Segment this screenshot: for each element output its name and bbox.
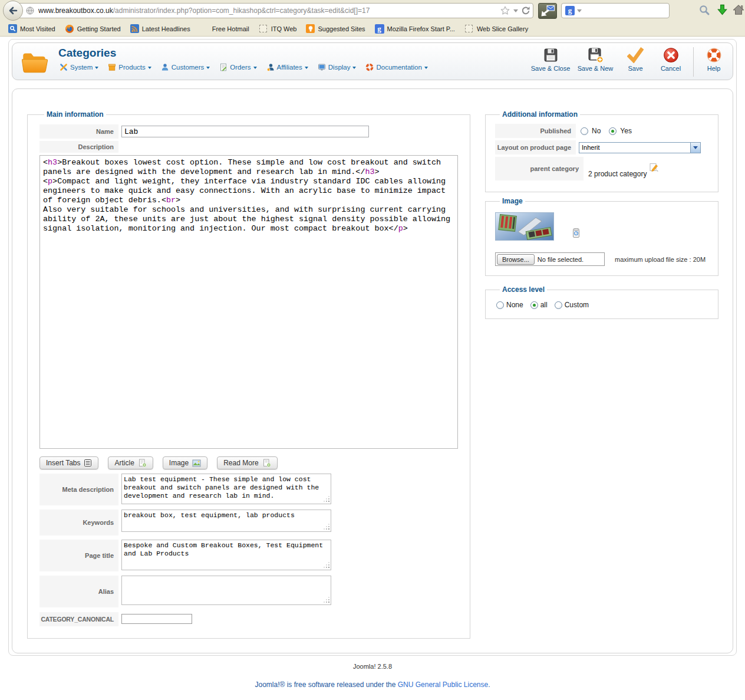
layout-select[interactable]: Inherit: [579, 142, 701, 153]
layout-label: Layout on product page: [495, 140, 576, 155]
page-title-row: Page title Bespoke and Custom Breakout B…: [39, 540, 458, 571]
access-custom-radio[interactable]: [555, 301, 562, 309]
published-no-radio[interactable]: [581, 127, 588, 135]
url-host: www.breakoutbox.co.uk: [38, 6, 113, 15]
navigation-bar: www.breakoutbox.co.uk/administrator/inde…: [0, 0, 745, 21]
file-status-text: No file selected.: [538, 256, 584, 263]
name-label: Name: [39, 124, 118, 139]
access-level-legend: Access level: [500, 285, 547, 294]
chevron-down-icon: [148, 67, 151, 69]
insert-tabs-button[interactable]: Insert Tabs: [39, 456, 98, 469]
bookmark-getting-started[interactable]: Getting Started: [60, 23, 126, 35]
description-label: Description: [39, 141, 118, 153]
cancel-icon: [663, 47, 679, 63]
article-button[interactable]: Article: [108, 456, 153, 469]
image-fieldset: Image: [485, 197, 718, 276]
chevron-down-icon: [305, 67, 308, 69]
alias-label: Alias: [39, 576, 118, 607]
bookmark-web-slice-gallery[interactable]: Web Slice Gallery: [460, 23, 533, 35]
google-favicon: g: [375, 24, 384, 34]
search-box[interactable]: g: [561, 3, 670, 18]
search-engine-dropdown-icon[interactable]: [577, 9, 582, 12]
bookmark-label: Mozilla Firefox Start P...: [387, 25, 455, 32]
published-radio-group: No Yes: [581, 127, 637, 135]
gnu-license-link[interactable]: GNU General Public License: [398, 681, 488, 689]
reload-icon[interactable]: [521, 6, 530, 15]
menu-customers[interactable]: Customers: [161, 63, 210, 71]
bookmark-itq-web[interactable]: ITQ Web: [254, 23, 302, 35]
category-canonical-input[interactable]: [121, 614, 192, 624]
access-none-radio[interactable]: [496, 301, 504, 309]
save-close-button[interactable]: Save & Close: [528, 47, 573, 72]
cancel-button[interactable]: Cancel: [653, 47, 688, 72]
category-canonical-label: CATEGORY_CANONICAL: [39, 612, 118, 626]
bookmark-suggested-sites[interactable]: Suggested Sites: [301, 23, 370, 35]
help-button[interactable]: Help: [698, 47, 729, 72]
access-all-radio[interactable]: [530, 301, 538, 309]
menu-display[interactable]: Display: [318, 63, 357, 71]
menu-affiliates[interactable]: Affiliates: [266, 63, 308, 71]
download-arrow-icon: [716, 4, 728, 16]
bookmark-star-icon[interactable]: [500, 5, 510, 16]
downloads-button[interactable]: [716, 4, 728, 18]
bookmark-label: Web Slice Gallery: [477, 25, 528, 32]
firefox-icon: [65, 24, 74, 34]
search-go-button[interactable]: [698, 4, 710, 18]
bookmark-free-hotmail[interactable]: Free Hotmail: [195, 23, 254, 35]
bookmark-firefox-start[interactable]: g Mozilla Firefox Start P...: [370, 23, 460, 35]
alias-row: Alias: [39, 576, 458, 607]
category-image-thumbnail[interactable]: [495, 212, 554, 241]
rss-icon: [130, 24, 139, 33]
bookmark-label: Getting Started: [77, 25, 121, 32]
menu-products[interactable]: Products: [108, 63, 151, 71]
placeholder-favicon-icon: [464, 24, 474, 34]
parent-category-label: parent category: [495, 157, 584, 180]
meta-description-row: Meta description Lab test equipment - Th…: [39, 474, 458, 505]
url-dropdown-icon[interactable]: [513, 9, 518, 12]
keywords-textarea[interactable]: breakout box, test equipment, lab produc…: [121, 510, 331, 532]
meta-description-label: Meta description: [39, 474, 118, 505]
description-label-row: Description: [39, 141, 458, 153]
menu-documentation[interactable]: Documentation: [365, 63, 427, 71]
save-close-icon: [543, 47, 559, 63]
access-level-radio-group: None all Custom: [495, 301, 708, 309]
microsoft-icon: [200, 24, 209, 34]
bookmark-latest-headlines[interactable]: Latest Headlines: [126, 23, 195, 35]
license-line: Joomla!® is free software released under…: [0, 681, 745, 689]
bookmark-most-visited[interactable]: Most Visited: [4, 23, 60, 35]
browse-button[interactable]: Browse...: [497, 254, 535, 265]
image-button[interactable]: Image: [163, 456, 207, 469]
home-button[interactable]: [733, 4, 744, 18]
save-new-icon: [588, 47, 604, 63]
bookmark-label: Most Visited: [20, 25, 55, 32]
action-buttons: Save & Close Save & New Save: [528, 47, 729, 77]
save-button[interactable]: Save: [618, 47, 653, 72]
published-yes-radio[interactable]: [609, 127, 617, 135]
file-input[interactable]: Browse... No file selected.: [495, 252, 605, 266]
menu-system[interactable]: System: [60, 63, 98, 71]
alias-textarea[interactable]: [121, 576, 331, 605]
file-upload-row: Browse... No file selected. maximum uplo…: [495, 252, 708, 266]
back-button[interactable]: [3, 1, 23, 21]
name-input[interactable]: [121, 126, 369, 137]
menu-orders[interactable]: Orders: [219, 63, 256, 71]
edit-parent-category-button[interactable]: [649, 162, 659, 175]
description-editor[interactable]: <h3>Breakout boxes lowest cost option. T…: [39, 155, 458, 449]
lightbulb-icon: [306, 24, 315, 33]
save-new-button[interactable]: Save & New: [573, 47, 618, 72]
bookmark-label: Free Hotmail: [212, 25, 249, 32]
url-bar[interactable]: www.breakoutbox.co.uk/administrator/inde…: [17, 3, 533, 18]
page-title-textarea[interactable]: Bespoke and Custom Breakout Boxes, Test …: [121, 540, 331, 570]
category-folder-icon: [19, 48, 49, 78]
meta-description-textarea[interactable]: Lab test equipment - These simple and lo…: [121, 474, 331, 504]
chevron-down-icon: [206, 67, 210, 69]
delete-image-button[interactable]: [572, 227, 581, 241]
home-icon: [733, 4, 744, 15]
read-more-button[interactable]: Read More: [217, 456, 277, 469]
editor-buttons-row: Insert Tabs Article Image: [39, 456, 458, 469]
display-icon: [318, 63, 326, 71]
select-dropdown-button[interactable]: [690, 143, 700, 153]
mail-forward-extension-button[interactable]: [538, 3, 557, 19]
affiliates-icon: [266, 63, 275, 71]
parent-category-value: 2 product category: [588, 170, 647, 178]
